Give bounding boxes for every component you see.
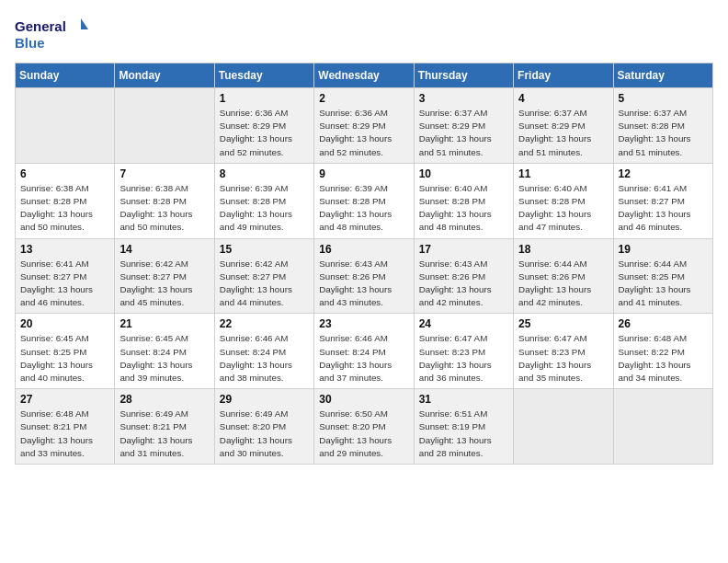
calendar-day-cell: 8Sunrise: 6:39 AMSunset: 8:28 PMDaylight… (214, 163, 313, 238)
day-info: Sunrise: 6:45 AMSunset: 8:25 PMDaylight:… (20, 332, 109, 385)
calendar-week-row: 6Sunrise: 6:38 AMSunset: 8:28 PMDaylight… (16, 163, 713, 238)
day-number: 1 (220, 92, 309, 105)
calendar-day-cell: 17Sunrise: 6:43 AMSunset: 8:26 PMDayligh… (414, 238, 513, 314)
day-number: 17 (419, 243, 508, 256)
day-info: Sunrise: 6:48 AMSunset: 8:21 PMDaylight:… (20, 408, 109, 460)
day-info: Sunrise: 6:37 AMSunset: 8:28 PMDaylight:… (619, 107, 708, 159)
day-info: Sunrise: 6:48 AMSunset: 8:22 PMDaylight:… (619, 332, 708, 385)
day-info: Sunrise: 6:43 AMSunset: 8:26 PMDaylight:… (319, 258, 408, 310)
day-number: 18 (518, 243, 608, 256)
svg-text:General: General (15, 18, 66, 34)
calendar-day-cell: 29Sunrise: 6:49 AMSunset: 8:20 PMDayligh… (214, 389, 313, 465)
logo: General Blue (15, 15, 88, 53)
day-number: 8 (220, 167, 309, 180)
calendar-day-cell: 1Sunrise: 6:36 AMSunset: 8:29 PMDaylight… (214, 88, 313, 164)
day-info: Sunrise: 6:39 AMSunset: 8:28 PMDaylight:… (220, 182, 309, 235)
day-number: 5 (619, 92, 708, 105)
calendar-day-cell: 3Sunrise: 6:37 AMSunset: 8:29 PMDaylight… (414, 88, 513, 164)
day-info: Sunrise: 6:43 AMSunset: 8:26 PMDaylight:… (419, 258, 508, 310)
calendar-day-cell: 20Sunrise: 6:45 AMSunset: 8:25 PMDayligh… (16, 314, 115, 389)
day-info: Sunrise: 6:45 AMSunset: 8:24 PMDaylight:… (119, 332, 209, 385)
calendar-day-cell: 24Sunrise: 6:47 AMSunset: 8:23 PMDayligh… (414, 314, 513, 389)
day-number: 13 (20, 243, 109, 256)
day-info: Sunrise: 6:40 AMSunset: 8:28 PMDaylight:… (518, 182, 608, 235)
day-number: 22 (220, 317, 309, 330)
day-number: 16 (319, 243, 408, 256)
calendar-day-cell: 12Sunrise: 6:41 AMSunset: 8:27 PMDayligh… (613, 163, 712, 238)
day-info: Sunrise: 6:36 AMSunset: 8:29 PMDaylight:… (319, 107, 408, 159)
day-info: Sunrise: 6:47 AMSunset: 8:23 PMDaylight:… (419, 332, 508, 385)
day-number: 14 (119, 243, 209, 256)
calendar-table: SundayMondayTuesdayWednesdayThursdayFrid… (15, 63, 713, 465)
day-number: 12 (619, 167, 708, 180)
day-info: Sunrise: 6:41 AMSunset: 8:27 PMDaylight:… (20, 258, 109, 310)
day-info: Sunrise: 6:51 AMSunset: 8:19 PMDaylight:… (419, 408, 508, 460)
day-number: 27 (20, 393, 109, 406)
day-info: Sunrise: 6:41 AMSunset: 8:27 PMDaylight:… (619, 182, 708, 235)
calendar-day-cell: 27Sunrise: 6:48 AMSunset: 8:21 PMDayligh… (16, 389, 115, 465)
calendar-day-cell: 19Sunrise: 6:44 AMSunset: 8:25 PMDayligh… (613, 238, 712, 314)
day-info: Sunrise: 6:47 AMSunset: 8:23 PMDaylight:… (518, 332, 608, 385)
weekday-header: Thursday (414, 63, 513, 88)
calendar-day-cell: 28Sunrise: 6:49 AMSunset: 8:21 PMDayligh… (115, 389, 214, 465)
day-number: 10 (419, 167, 508, 180)
calendar-day-cell: 9Sunrise: 6:39 AMSunset: 8:28 PMDaylight… (314, 163, 414, 238)
day-number: 15 (220, 243, 309, 256)
day-info: Sunrise: 6:38 AMSunset: 8:28 PMDaylight:… (119, 182, 209, 235)
weekday-header: Monday (115, 63, 214, 88)
day-number: 11 (518, 167, 608, 180)
calendar-week-row: 20Sunrise: 6:45 AMSunset: 8:25 PMDayligh… (16, 314, 713, 389)
day-info: Sunrise: 6:49 AMSunset: 8:21 PMDaylight:… (119, 408, 209, 460)
day-number: 6 (20, 167, 109, 180)
day-number: 30 (319, 393, 408, 406)
calendar-day-cell: 10Sunrise: 6:40 AMSunset: 8:28 PMDayligh… (414, 163, 513, 238)
day-number: 28 (119, 393, 209, 406)
calendar-day-cell: 7Sunrise: 6:38 AMSunset: 8:28 PMDaylight… (115, 163, 214, 238)
weekday-header: Friday (514, 63, 613, 88)
day-info: Sunrise: 6:46 AMSunset: 8:24 PMDaylight:… (220, 332, 309, 385)
calendar-day-cell: 21Sunrise: 6:45 AMSunset: 8:24 PMDayligh… (115, 314, 214, 389)
day-number: 21 (119, 317, 209, 330)
calendar-week-row: 13Sunrise: 6:41 AMSunset: 8:27 PMDayligh… (16, 238, 713, 314)
day-info: Sunrise: 6:39 AMSunset: 8:28 PMDaylight:… (319, 182, 408, 235)
day-info: Sunrise: 6:44 AMSunset: 8:25 PMDaylight:… (619, 258, 708, 310)
calendar-day-cell: 22Sunrise: 6:46 AMSunset: 8:24 PMDayligh… (214, 314, 313, 389)
calendar-day-cell: 11Sunrise: 6:40 AMSunset: 8:28 PMDayligh… (514, 163, 613, 238)
day-number: 24 (419, 317, 508, 330)
calendar-day-cell: 16Sunrise: 6:43 AMSunset: 8:26 PMDayligh… (314, 238, 414, 314)
day-number: 25 (518, 317, 608, 330)
calendar-day-cell (514, 389, 613, 465)
calendar-day-cell: 15Sunrise: 6:42 AMSunset: 8:27 PMDayligh… (214, 238, 313, 314)
page-header: General Blue (15, 15, 713, 53)
calendar-day-cell (115, 88, 214, 164)
day-info: Sunrise: 6:38 AMSunset: 8:28 PMDaylight:… (20, 182, 109, 235)
day-number: 19 (619, 243, 708, 256)
day-number: 7 (119, 167, 209, 180)
calendar-day-cell: 30Sunrise: 6:50 AMSunset: 8:20 PMDayligh… (314, 389, 414, 465)
day-info: Sunrise: 6:46 AMSunset: 8:24 PMDaylight:… (319, 332, 408, 385)
day-number: 31 (419, 393, 508, 406)
weekday-header: Saturday (613, 63, 712, 88)
calendar-day-cell: 18Sunrise: 6:44 AMSunset: 8:26 PMDayligh… (514, 238, 613, 314)
calendar-day-cell: 25Sunrise: 6:47 AMSunset: 8:23 PMDayligh… (514, 314, 613, 389)
day-info: Sunrise: 6:40 AMSunset: 8:28 PMDaylight:… (419, 182, 508, 235)
day-info: Sunrise: 6:37 AMSunset: 8:29 PMDaylight:… (518, 107, 608, 159)
svg-text:Blue: Blue (15, 35, 45, 51)
calendar-day-cell: 31Sunrise: 6:51 AMSunset: 8:19 PMDayligh… (414, 389, 513, 465)
day-number: 29 (220, 393, 309, 406)
calendar-day-cell: 13Sunrise: 6:41 AMSunset: 8:27 PMDayligh… (16, 238, 115, 314)
calendar-day-cell: 4Sunrise: 6:37 AMSunset: 8:29 PMDaylight… (514, 88, 613, 164)
day-info: Sunrise: 6:36 AMSunset: 8:29 PMDaylight:… (220, 107, 309, 159)
day-info: Sunrise: 6:42 AMSunset: 8:27 PMDaylight:… (220, 258, 309, 310)
calendar-day-cell: 23Sunrise: 6:46 AMSunset: 8:24 PMDayligh… (314, 314, 414, 389)
day-info: Sunrise: 6:50 AMSunset: 8:20 PMDaylight:… (319, 408, 408, 460)
calendar-day-cell (613, 389, 712, 465)
calendar-day-cell: 14Sunrise: 6:42 AMSunset: 8:27 PMDayligh… (115, 238, 214, 314)
day-number: 4 (518, 92, 608, 105)
weekday-header: Wednesday (314, 63, 414, 88)
day-info: Sunrise: 6:49 AMSunset: 8:20 PMDaylight:… (220, 408, 309, 460)
svg-marker-2 (81, 18, 88, 29)
calendar-header-row: SundayMondayTuesdayWednesdayThursdayFrid… (16, 63, 713, 88)
logo-svg: General Blue (15, 15, 88, 53)
calendar-day-cell (16, 88, 115, 164)
